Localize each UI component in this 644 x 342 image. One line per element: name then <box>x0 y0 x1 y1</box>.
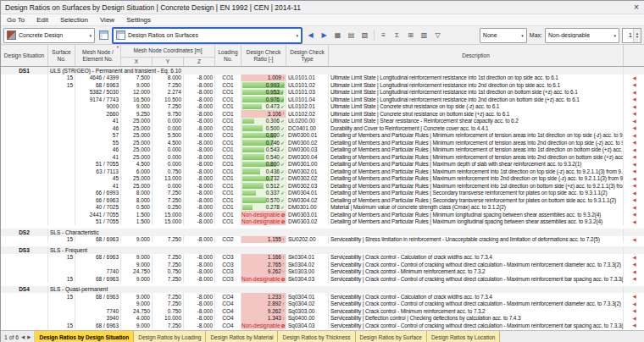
col-header-surface-no[interactable]: Surface No. <box>48 45 75 66</box>
jump-to-graphic-icon[interactable]: ◀ <box>632 97 636 102</box>
jump-to-graphic-icon[interactable]: ◀ <box>632 190 636 196</box>
jump-to-graphic-icon[interactable]: ◀ <box>632 219 636 224</box>
jump-to-graphic-icon[interactable]: ◀ <box>632 308 636 313</box>
result-row[interactable]: 51 / 70551.50015.000-8.000CO1Non-designa… <box>1 218 644 226</box>
go-to-next-result-icon[interactable]: ▶ <box>318 29 330 41</box>
result-row[interactable]: 26609.2509.750-8.000CO13.106↑UL0102.02Ul… <box>1 110 644 118</box>
result-row[interactable]: 40 / 70250.5000.250-8.000CO10.278✓DM0301… <box>1 204 644 212</box>
result-row[interactable]: 39404.00010.000-8.000CO41.343↑Sq0400.00S… <box>1 315 644 323</box>
go-to-previous-result-icon[interactable]: ◀ <box>304 29 317 41</box>
col-header-check-type[interactable]: Design Check Type <box>286 45 329 66</box>
calculator-icon[interactable]: ⊞ <box>404 29 417 41</box>
close-button[interactable]: × <box>630 2 643 13</box>
sheet-tab-design-ratios-by-location[interactable]: Design Ratios by Location <box>427 331 501 342</box>
count-spinner[interactable]: 1 ▲ ▼ <box>622 28 641 43</box>
jump-to-graphic-icon[interactable]: ◀ <box>632 147 636 152</box>
jump-to-graphic-icon[interactable]: ◀ <box>632 205 636 210</box>
filter-funnel-icon[interactable]: ▽ <box>431 29 444 41</box>
table-view-icon[interactable]: ▦ <box>331 29 344 41</box>
design-situation-header-row[interactable]: DS3SLS - Frequent <box>1 246 644 254</box>
result-row[interactable]: 5382 / 503012.0002.274-8.000CO10.953✓UL0… <box>1 89 644 97</box>
jump-to-graphic-icon[interactable]: ◀ <box>632 82 636 87</box>
jump-to-graphic-icon[interactable]: ◀ <box>632 197 636 202</box>
jump-to-graphic-icon[interactable]: ◀ <box>632 104 636 109</box>
max-filter-select[interactable]: Non-designable ▾ <box>545 28 619 43</box>
result-row[interactable]: 4125.0000.000-8.000CO10.512✓DW0302.03Det… <box>1 182 644 190</box>
result-row[interactable]: 1568 / 69639.0007.250-8.000CO3Non-design… <box>1 275 644 283</box>
sheet-tab-design-ratios-by-thickness[interactable]: Design Ratios by Thickness <box>278 331 355 342</box>
result-row[interactable]: 5725.0005.500-8.000CO10.800✓DW0300.01Det… <box>1 132 644 140</box>
jump-to-graphic-icon[interactable]: ◀ <box>632 269 636 274</box>
jump-to-graphic-icon[interactable]: ◀ <box>632 75 636 80</box>
titlebar[interactable]: Design Ratios on Surfaces by Design Situ… <box>1 1 644 14</box>
menu-selection[interactable]: Selection <box>54 16 94 24</box>
result-row[interactable]: 1568 / 69639.0007.250-8.000CO10.993✓UL01… <box>1 81 644 89</box>
result-row[interactable]: 51 / 70554.5000.000-8.000CO10.800✓DW0301… <box>1 161 644 168</box>
jump-to-graphic-icon[interactable]: ◀ <box>632 154 636 159</box>
result-row[interactable]: 4625.0000.000-8.000CO10.500✓DC0401.00Dur… <box>1 124 644 132</box>
result-row[interactable]: 66 / 69938.0007.250-8.000CO10.337✓DW0304… <box>1 190 644 197</box>
jump-to-graphic-icon[interactable]: ◀ <box>632 176 636 181</box>
jump-to-graphic-icon[interactable]: ◀ <box>632 316 636 321</box>
result-row[interactable]: 9.0007.250-8.000CO32.765↑Sk0304.02Servic… <box>1 261 644 268</box>
tables-list-button[interactable] <box>97 29 110 41</box>
jump-to-graphic-icon[interactable]: ◀ <box>632 183 636 188</box>
result-row[interactable]: 66 / 69638.0007.250-8.000CO10.570✓DW0304… <box>1 196 644 204</box>
next-table-button[interactable]: ▶ <box>27 334 31 339</box>
jump-to-graphic-icon[interactable]: ◀ <box>632 90 636 95</box>
menu-go-to[interactable]: Go To <box>1 16 31 24</box>
result-row[interactable]: 1568 / 69639.0007.250-8.000CO4Non-design… <box>1 322 644 329</box>
col-header-design-situation[interactable]: Design Situation <box>1 45 48 66</box>
result-row[interactable]: 2441 / 70551.50015.000-8.000CO1Non-desig… <box>1 211 644 218</box>
col-header-x[interactable]: X <box>121 58 153 66</box>
jump-to-graphic-icon[interactable]: ◀ <box>632 294 636 299</box>
menu-edit[interactable]: Edit <box>31 16 54 24</box>
result-filter-select[interactable]: None ▾ <box>480 28 527 43</box>
jump-to-graphic-icon[interactable]: ◀ <box>632 140 636 145</box>
col-header-loading[interactable]: Loading No. <box>215 45 242 66</box>
design-situation-header-row[interactable]: DS1ULS (STR/GEO) - Permanent and transie… <box>1 67 644 74</box>
sheet-tab-design-ratios-by-design-situation[interactable]: Design Ratios by Design Situation <box>35 331 134 342</box>
jump-to-graphic-icon[interactable]: ◀ <box>632 262 636 267</box>
jump-to-graphic-icon[interactable]: ◀ <box>632 255 636 260</box>
jump-to-graphic-icon[interactable]: ◀ <box>632 162 636 167</box>
result-row[interactable]: 774024.7500.750-8.000CO39.262↑Sk0303.00S… <box>1 268 644 276</box>
col-header-coordinates[interactable]: Mesh Node Coordinates [m] <box>121 45 215 58</box>
design-situation-header-row[interactable]: DS2SLS - Characteristic <box>1 229 644 236</box>
col-header-y[interactable]: Y <box>153 58 184 66</box>
design-situation-header-row[interactable]: DS4SLS - Quasi-permanent <box>1 286 644 294</box>
jump-to-graphic-icon[interactable]: ◀ <box>632 301 636 306</box>
menu-view[interactable]: View <box>94 16 120 24</box>
result-row[interactable]: 1568 / 69639.0007.250-8.000CO41.233↑Sq03… <box>1 293 644 301</box>
color-scale-icon[interactable]: ▧ <box>358 29 371 41</box>
jump-to-graphic-icon[interactable]: ◀ <box>632 133 636 138</box>
col-header-mesh-node[interactable]: Mesh Node / Element No. ▼ <box>75 45 121 66</box>
result-row[interactable]: 1568 / 69639.0007.250-8.000CO21.155↑SU02… <box>1 236 644 244</box>
module-selector[interactable]: Concrete Design ▾ <box>3 28 95 43</box>
sheet-tab-design-ratios-by-loading[interactable]: Design Ratios by Loading <box>134 331 206 342</box>
col-header-z[interactable]: Z <box>184 58 215 66</box>
result-row[interactable]: 774024.7500.750-8.000CO49.262↑Sq0303.00S… <box>1 307 644 315</box>
jump-to-graphic-icon[interactable]: ◀ <box>632 276 636 281</box>
menu-settings[interactable]: Settings <box>120 16 157 24</box>
jump-to-graphic-icon[interactable]: ◀ <box>632 237 636 242</box>
result-row[interactable]: 4525.00013.000-8.000CO10.732✓DW0302.02De… <box>1 175 644 183</box>
result-diagram-icon[interactable]: ▥ <box>418 29 430 41</box>
result-row[interactable]: 4625.0000.000-8.000CO10.543✓DW0300.03Det… <box>1 146 644 154</box>
show-all-rows-icon[interactable]: ≡ <box>377 29 390 41</box>
jump-to-graphic-icon[interactable]: ◀ <box>632 323 636 328</box>
result-row[interactable]: 1568 / 69639.0007.250-8.000CO31.166↑Sk03… <box>1 254 644 262</box>
result-row[interactable]: 63 / 71136.0000.750-8.000CO10.436✓DW0302… <box>1 168 644 175</box>
result-row[interactable]: 9.0007.250-8.000CO42.892↑Sq0304.02Servic… <box>1 301 644 308</box>
col-header-description[interactable]: Description <box>329 45 624 66</box>
spin-down-icon[interactable]: ▼ <box>634 36 641 39</box>
jump-to-graphic-icon[interactable]: ◀ <box>632 111 636 116</box>
jump-to-graphic-icon[interactable]: ◀ <box>632 212 636 217</box>
previous-table-button[interactable]: ◀ <box>21 334 25 339</box>
export-table-icon[interactable]: ▤ <box>345 29 358 41</box>
result-row[interactable]: 154646 / 43997.5008.000-8.000CO11.009↑UL… <box>1 74 644 82</box>
jump-to-graphic-icon[interactable]: ◀ <box>632 119 636 124</box>
table-selector[interactable]: Design Ratios on Surfaces ▾ <box>113 28 302 43</box>
result-row[interactable]: 9174 / 774316.50010.500-8.000CO10.976✓UL… <box>1 96 644 103</box>
result-row[interactable]: 90009.0007.250-8.000CO10.473✓UL0102.01Ul… <box>1 103 644 111</box>
